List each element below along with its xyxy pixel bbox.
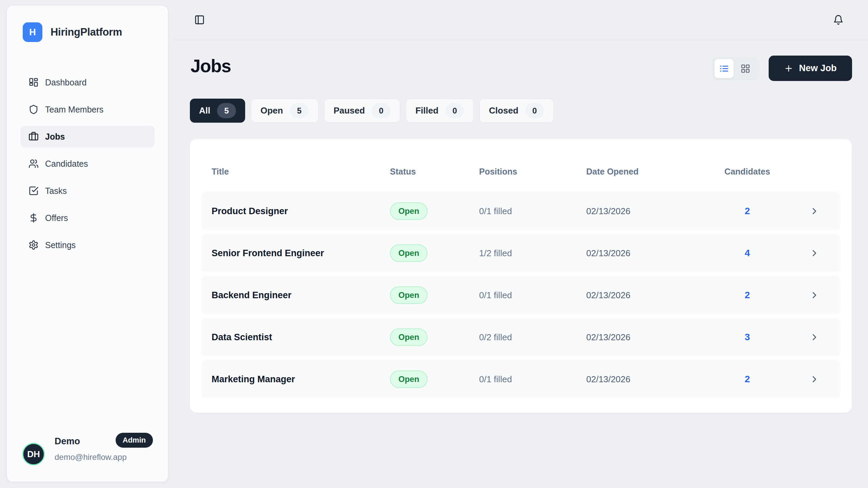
candidates-count[interactable]: 4 (707, 248, 788, 259)
plus-icon (784, 64, 793, 73)
sidebar-item-label: Dashboard (45, 78, 86, 87)
table-row[interactable]: Senior Frontend Engineer Open 1/2 filled… (201, 234, 841, 272)
sidebar-item-jobs[interactable]: Jobs (20, 126, 155, 147)
user-section[interactable]: DH Demo Admin demo@hireflow.app (7, 427, 168, 482)
check-square-icon (28, 186, 39, 196)
dollar-icon (28, 213, 39, 223)
role-badge: Admin (116, 433, 153, 448)
chevron-right-icon[interactable] (809, 248, 820, 258)
sidebar-item-label: Candidates (45, 159, 88, 169)
new-job-label: New Job (799, 63, 836, 74)
table-row[interactable]: Product Designer Open 0/1 filled 02/13/2… (201, 192, 841, 230)
filter-count-badge: 5 (217, 103, 236, 118)
filter-label: All (199, 105, 210, 116)
positions-cell: 1/2 filled (479, 248, 586, 259)
app-logo-badge: H (23, 22, 42, 42)
sidebar-item-label: Tasks (45, 186, 67, 196)
status-filter-bar: All 5 Open 5 Paused 0 Filled 0 Closed 0 (190, 99, 554, 123)
candidates-count[interactable]: 2 (707, 290, 788, 301)
filter-count-badge: 5 (290, 103, 309, 118)
avatar: DH (22, 443, 45, 465)
sidebar: H HiringPlatform Dashboard Team Members … (7, 5, 168, 482)
filter-open[interactable]: Open 5 (251, 99, 318, 123)
table-row[interactable]: Data Scientist Open 0/2 filled 02/13/202… (201, 318, 841, 356)
table-row[interactable]: Marketing Manager Open 0/1 filled 02/13/… (201, 360, 841, 398)
chevron-right-icon[interactable] (809, 374, 820, 384)
panel-left-icon (194, 15, 205, 25)
new-job-button[interactable]: New Job (769, 56, 852, 81)
table-header-row: Title Status Positions Date Opened Candi… (201, 163, 841, 180)
filter-filled[interactable]: Filled 0 (406, 99, 474, 123)
table-row[interactable]: Backend Engineer Open 0/1 filled 02/13/2… (201, 276, 841, 314)
positions-cell: 0/1 filled (479, 374, 586, 385)
positions-cell: 0/1 filled (479, 290, 586, 301)
candidates-count[interactable]: 2 (707, 206, 788, 217)
grid-view-button[interactable] (736, 59, 755, 78)
status-badge: Open (390, 286, 428, 304)
date-opened-cell: 02/13/2026 (586, 206, 707, 217)
list-view-button[interactable] (714, 59, 734, 78)
filter-all[interactable]: All 5 (190, 99, 245, 123)
date-opened-cell: 02/13/2026 (586, 290, 707, 301)
grid-icon (741, 64, 750, 74)
chevron-right-icon[interactable] (809, 332, 820, 342)
sidebar-item-dashboard[interactable]: Dashboard (20, 72, 155, 93)
notifications-button[interactable] (829, 11, 847, 28)
positions-cell: 0/2 filled (479, 332, 586, 343)
page-title: Jobs (191, 56, 231, 76)
sidebar-item-label: Team Members (45, 105, 103, 115)
chevron-right-icon[interactable] (809, 206, 820, 216)
filter-count-badge: 0 (445, 103, 464, 118)
filter-count-badge: 0 (372, 103, 391, 118)
status-badge: Open (390, 244, 428, 262)
chevron-right-icon[interactable] (809, 290, 820, 300)
status-badge: Open (390, 328, 428, 346)
date-opened-cell: 02/13/2026 (586, 248, 707, 259)
filter-closed[interactable]: Closed 0 (479, 99, 554, 123)
sidebar-item-team-members[interactable]: Team Members (20, 99, 155, 120)
sidebar-item-offers[interactable]: Offers (20, 207, 155, 229)
sidebar-item-label: Offers (45, 213, 68, 223)
filter-paused[interactable]: Paused 0 (324, 99, 400, 123)
sidebar-item-settings[interactable]: Settings (20, 234, 155, 256)
view-mode-toggle (712, 57, 759, 81)
positions-cell: 0/1 filled (479, 206, 586, 217)
filter-label: Open (260, 105, 283, 116)
user-name: Demo (55, 436, 80, 447)
candidates-count[interactable]: 3 (707, 332, 788, 343)
job-title: Senior Frontend Engineer (212, 248, 390, 259)
job-title: Backend Engineer (212, 290, 390, 301)
users-icon (28, 159, 39, 169)
filter-count-badge: 0 (525, 103, 544, 118)
sidebar-toggle-button[interactable] (191, 12, 208, 28)
briefcase-icon (28, 131, 39, 142)
sidebar-nav: Dashboard Team Members Jobs Candidates T… (20, 72, 155, 256)
status-badge: Open (390, 202, 428, 220)
sidebar-item-candidates[interactable]: Candidates (20, 153, 155, 175)
date-opened-cell: 02/13/2026 (586, 374, 707, 385)
shield-icon (28, 104, 39, 115)
user-email: demo@hireflow.app (55, 452, 126, 462)
column-header-candidates: Candidates (707, 167, 788, 177)
candidates-count[interactable]: 2 (707, 374, 788, 385)
topbar-divider (174, 40, 868, 40)
date-opened-cell: 02/13/2026 (586, 332, 707, 343)
column-header-status: Status (390, 167, 479, 177)
column-header-date-opened: Date Opened (586, 167, 707, 177)
sidebar-item-label: Jobs (45, 132, 65, 142)
filter-label: Closed (489, 105, 518, 116)
list-icon (719, 64, 729, 74)
column-header-title: Title (212, 167, 390, 177)
filter-label: Filled (415, 105, 438, 116)
gear-icon (28, 240, 39, 250)
sidebar-item-tasks[interactable]: Tasks (20, 180, 155, 202)
job-title: Product Designer (212, 206, 390, 217)
app-name: HiringPlatform (51, 26, 122, 38)
status-badge: Open (390, 370, 428, 388)
job-title: Marketing Manager (212, 374, 390, 385)
jobs-table-card: Title Status Positions Date Opened Candi… (190, 139, 852, 413)
job-title: Data Scientist (212, 332, 390, 343)
app-logo: H HiringPlatform (23, 22, 122, 42)
column-header-positions: Positions (479, 167, 586, 177)
bell-icon (833, 15, 844, 25)
